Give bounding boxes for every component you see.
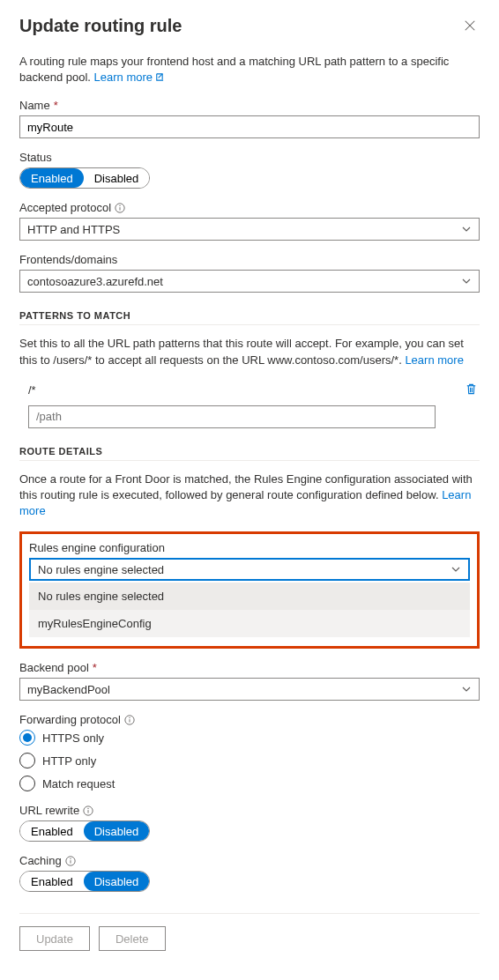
chevron-down-icon — [451, 564, 461, 575]
accepted-protocol-label: Accepted protocol — [19, 201, 480, 214]
patterns-heading: PATTERNS TO MATCH — [19, 310, 480, 325]
rules-engine-dropdown: No rules engine selected myRulesEngineCo… — [29, 583, 470, 637]
accepted-protocol-select[interactable]: HTTP and HTTPS — [19, 218, 480, 241]
url-rewrite-label: URL rewrite — [19, 804, 480, 817]
route-details-desc: Once a route for a Front Door is matched… — [19, 471, 480, 520]
radio-icon — [19, 776, 35, 791]
trash-icon — [465, 385, 478, 398]
url-rewrite-disabled[interactable]: Disabled — [84, 821, 150, 841]
frontends-label: Frontends/domains — [19, 253, 480, 266]
forwarding-protocol-group: HTTPS only HTTP only Match request — [19, 730, 480, 791]
forwarding-protocol-option-https[interactable]: HTTPS only — [19, 730, 480, 746]
svg-point-4 — [119, 205, 120, 206]
info-icon[interactable] — [65, 856, 76, 866]
forwarding-protocol-option-http[interactable]: HTTP only — [19, 753, 480, 768]
patterns-learn-more-link[interactable]: Learn more — [405, 353, 463, 367]
name-label: Name* — [19, 99, 480, 112]
info-icon[interactable] — [115, 203, 125, 213]
caching-toggle[interactable]: Enabled Disabled — [19, 871, 150, 892]
name-input[interactable] — [19, 115, 480, 138]
route-details-heading: ROUTE DETAILS — [19, 446, 480, 461]
info-icon[interactable] — [83, 806, 93, 816]
chevron-down-icon — [461, 224, 472, 234]
intro-text: A routing rule maps your frontend host a… — [19, 54, 480, 86]
caching-disabled[interactable]: Disabled — [84, 872, 150, 891]
panel-title: Update routing rule — [19, 16, 182, 36]
svg-point-12 — [88, 808, 89, 809]
rules-engine-option[interactable]: No rules engine selected — [29, 583, 470, 610]
forwarding-protocol-option-match[interactable]: Match request — [19, 776, 480, 791]
url-rewrite-toggle[interactable]: Enabled Disabled — [19, 820, 150, 842]
update-button[interactable]: Update — [19, 926, 90, 951]
delete-pattern-button[interactable] — [463, 381, 480, 400]
footer: Update Delete — [19, 913, 480, 951]
rules-engine-label: Rules engine configuration — [29, 541, 470, 554]
frontends-select[interactable]: contosoazure3.azurefd.net — [19, 270, 480, 293]
forwarding-protocol-label: Forwarding protocol — [19, 713, 480, 726]
backend-pool-label: Backend pool * — [19, 661, 480, 674]
info-icon[interactable] — [124, 715, 135, 725]
backend-pool-select[interactable]: myBackendPool — [19, 678, 480, 701]
pattern-input[interactable] — [28, 405, 436, 428]
required-marker: * — [93, 661, 97, 674]
pattern-value: /* — [28, 383, 454, 397]
caching-enabled[interactable]: Enabled — [20, 872, 84, 891]
rules-engine-option[interactable]: myRulesEngineConfig — [29, 610, 470, 637]
svg-point-15 — [70, 858, 71, 859]
status-enabled[interactable]: Enabled — [20, 168, 84, 188]
rules-engine-select[interactable]: No rules engine selected — [29, 558, 470, 581]
learn-more-link[interactable]: Learn more — [94, 71, 164, 84]
svg-point-9 — [129, 717, 130, 718]
close-icon — [464, 21, 476, 34]
patterns-desc: Set this to all the URL path patterns th… — [19, 336, 480, 368]
radio-icon — [19, 730, 35, 746]
status-toggle[interactable]: Enabled Disabled — [19, 167, 150, 189]
chevron-down-icon — [461, 276, 472, 286]
status-label: Status — [19, 151, 480, 164]
radio-icon — [19, 753, 35, 768]
required-marker: * — [54, 99, 58, 112]
external-link-icon — [154, 71, 164, 86]
caching-label: Caching — [19, 854, 480, 867]
chevron-down-icon — [461, 684, 472, 694]
url-rewrite-enabled[interactable]: Enabled — [20, 821, 84, 841]
close-button[interactable] — [460, 16, 480, 38]
rules-engine-highlight: Rules engine configuration No rules engi… — [19, 531, 480, 649]
delete-button[interactable]: Delete — [99, 926, 166, 951]
pattern-row: /* — [19, 381, 480, 400]
status-disabled[interactable]: Disabled — [84, 168, 150, 188]
